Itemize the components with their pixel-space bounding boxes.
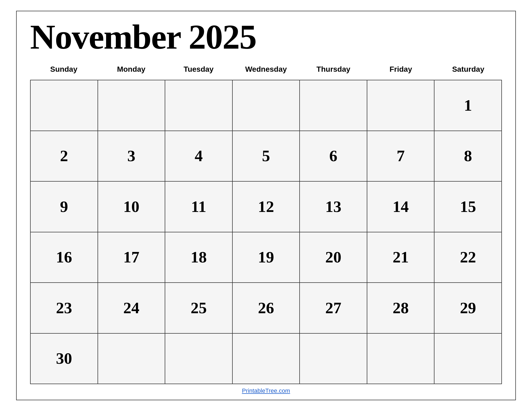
day-cell-20: 20 (300, 232, 367, 283)
header-thursday: Thursday (300, 62, 367, 78)
day-cell-13: 13 (300, 182, 367, 232)
day-cell-2: 2 (31, 131, 98, 182)
header-tuesday: Tuesday (165, 62, 232, 78)
day-cell-15: 15 (434, 182, 502, 232)
day-cell-27: 27 (300, 283, 367, 334)
day-cell-4: 4 (165, 131, 233, 182)
day-cell (98, 80, 166, 131)
day-cell-17: 17 (98, 232, 166, 283)
header-monday: Monday (98, 62, 165, 78)
week-row-5: 23 24 25 26 27 28 29 (31, 283, 502, 334)
day-cell (233, 80, 300, 131)
header-friday: Friday (367, 62, 434, 78)
week-row-1: 1 (31, 80, 502, 131)
header-wednesday: Wednesday (232, 62, 300, 78)
day-cell-10: 10 (98, 182, 166, 232)
week-row-6: 30 (31, 334, 502, 384)
day-cell (98, 334, 166, 384)
day-cell-14: 14 (367, 182, 435, 232)
day-cell-23: 23 (31, 283, 98, 334)
day-cell-12: 12 (233, 182, 300, 232)
day-cell (300, 334, 367, 384)
calendar-container: November 2025 Sunday Monday Tuesday Wedn… (16, 11, 516, 400)
day-cell-28: 28 (367, 283, 435, 334)
day-cell (434, 334, 502, 384)
day-cell (165, 334, 233, 384)
day-cell-11: 11 (165, 182, 233, 232)
day-headers: Sunday Monday Tuesday Wednesday Thursday… (30, 62, 502, 78)
day-cell-3: 3 (98, 131, 166, 182)
day-cell (31, 80, 98, 131)
footer-link[interactable]: PrintableTree.com (30, 384, 502, 394)
day-cell (300, 80, 367, 131)
day-cell-29: 29 (434, 283, 502, 334)
day-cell-24: 24 (98, 283, 166, 334)
day-cell-16: 16 (31, 232, 98, 283)
day-cell-9: 9 (31, 182, 98, 232)
day-cell (233, 334, 300, 384)
day-cell-26: 26 (233, 283, 300, 334)
day-cell-7: 7 (367, 131, 435, 182)
day-cell-21: 21 (367, 232, 435, 283)
day-cell-5: 5 (233, 131, 300, 182)
day-cell-18: 18 (165, 232, 233, 283)
day-cell (367, 334, 435, 384)
week-row-4: 16 17 18 19 20 21 22 (31, 232, 502, 283)
calendar-title: November 2025 (30, 19, 502, 54)
day-cell (165, 80, 233, 131)
header-sunday: Sunday (30, 62, 98, 78)
day-cell-30: 30 (31, 334, 98, 384)
header-saturday: Saturday (434, 62, 502, 78)
footer-link-text[interactable]: PrintableTree.com (242, 387, 290, 394)
day-cell (367, 80, 435, 131)
day-cell-6: 6 (300, 131, 367, 182)
day-cell-22: 22 (434, 232, 502, 283)
week-row-3: 9 10 11 12 13 14 15 (31, 182, 502, 232)
calendar-weeks: 1 2 3 4 5 6 7 8 9 10 11 12 13 14 15 16 1… (30, 80, 502, 384)
day-cell-25: 25 (165, 283, 233, 334)
day-cell-1: 1 (434, 80, 502, 131)
week-row-2: 2 3 4 5 6 7 8 (31, 131, 502, 182)
day-cell-8: 8 (434, 131, 502, 182)
day-cell-19: 19 (233, 232, 300, 283)
